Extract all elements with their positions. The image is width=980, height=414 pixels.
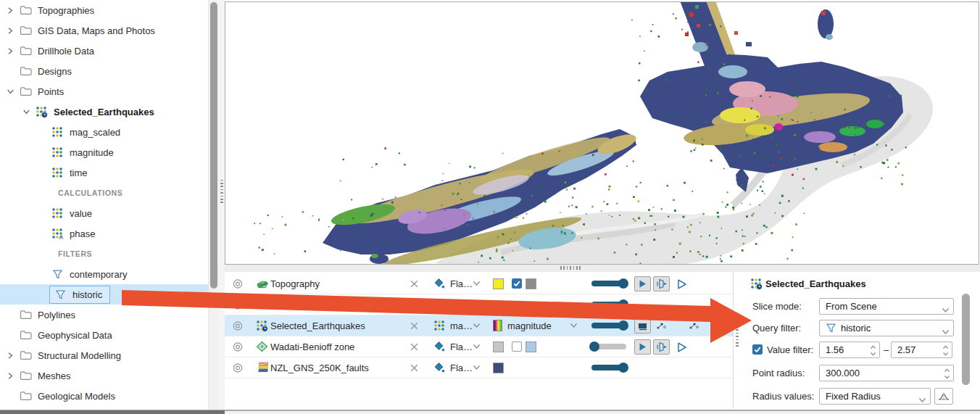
expander-right-icon[interactable] — [3, 372, 17, 380]
tree-scrollbar-thumb[interactable] — [210, 2, 217, 289]
tree-item-contemporary[interactable]: contemporary — [0, 264, 209, 284]
slice-mode-value: From Scene — [826, 301, 877, 312]
point-radius-input[interactable]: 300.000 — [819, 365, 954, 381]
opacity-slider-knob[interactable] — [618, 299, 628, 310]
tree-item-geophysical-data[interactable]: Geophysical Data — [0, 325, 209, 345]
remove-layer-icon[interactable] — [410, 315, 419, 336]
tree-item-topographies[interactable]: Topographies — [0, 0, 209, 20]
chevron-down-icon[interactable] — [570, 315, 578, 336]
layer-row-topography[interactable]: TopographyFla… — [225, 273, 733, 294]
opacity-slider-knob[interactable] — [589, 341, 599, 352]
layer-row-new-zealand-250[interactable]: GIS Data…New Zealand 250 — [225, 294, 733, 315]
tree-item-phase[interactable]: Aphase — [0, 223, 209, 244]
folder-icon — [17, 391, 33, 401]
tree-item-gis-data-maps-and-photos[interactable]: GIS Data, Maps and Photos — [0, 20, 209, 41]
panel-scrollbar-thumb[interactable] — [962, 294, 970, 385]
play-button[interactable] — [634, 276, 651, 291]
color-swatch[interactable] — [493, 363, 504, 373]
covered-tool-icon[interactable] — [689, 315, 699, 336]
radius-values-label: Radius values: — [752, 391, 814, 402]
covered-tool-icon[interactable] — [656, 315, 667, 336]
expander-right-icon[interactable] — [3, 47, 17, 55]
query-filter-dropdown[interactable]: historic — [819, 320, 954, 336]
tree-item-value[interactable]: value — [0, 203, 209, 223]
remove-layer-icon[interactable] — [410, 294, 419, 315]
layer-checkbox-unchecked[interactable] — [512, 336, 522, 357]
tree-item-label: contemporary — [70, 269, 127, 280]
tree-item-selected-earthquakes[interactable]: Selected_Earthquakes — [0, 102, 209, 122]
covered-button[interactable] — [710, 318, 727, 334]
layer-checkbox-checked[interactable] — [512, 273, 522, 294]
tree-item-polylines[interactable]: Polylines — [0, 305, 209, 325]
visibility-eye-icon[interactable] — [232, 273, 244, 294]
tree-item-historic[interactable]: historic — [0, 284, 209, 305]
flip-button[interactable] — [653, 339, 670, 355]
tree-item-label: phase — [70, 228, 95, 239]
expander-down-icon[interactable] — [19, 108, 33, 115]
tree-item-magnitude[interactable]: magnitude — [0, 142, 209, 162]
remove-layer-icon[interactable] — [410, 357, 419, 378]
expander-right-icon[interactable] — [3, 27, 17, 35]
color-swatch-secondary[interactable] — [526, 278, 536, 289]
chevron-down-icon[interactable] — [473, 336, 481, 357]
tree-item-designs[interactable]: Designs — [0, 61, 209, 81]
color-swatch[interactable] — [493, 278, 504, 289]
color-swatch[interactable] — [493, 341, 504, 352]
tree-item-geological-models[interactable]: Geological Models — [0, 386, 209, 406]
value-max-input[interactable]: 2.57 — [891, 341, 952, 358]
color-swatch-secondary[interactable] — [526, 341, 536, 352]
panel-scrollbar[interactable] — [960, 274, 971, 412]
covered-button[interactable] — [634, 318, 651, 334]
expander-down-icon[interactable] — [3, 88, 17, 95]
viewport-bottom-splitter[interactable] — [225, 265, 980, 272]
remove-layer-icon[interactable] — [410, 336, 419, 357]
tree-item-points[interactable]: Points — [0, 81, 209, 102]
tree-item-structural-modelling[interactable]: Structural Modelling — [0, 345, 209, 365]
spinner-arrows-icon[interactable] — [944, 368, 950, 381]
visibility-eye-icon[interactable] — [232, 315, 244, 336]
play-outline-button[interactable] — [673, 339, 690, 355]
tree-item-mag-scaled[interactable]: mag_scaled — [0, 122, 209, 142]
tree-item-time[interactable]: time — [0, 162, 209, 183]
visibility-eye-icon[interactable] — [232, 357, 244, 378]
chevron-down-icon[interactable] — [473, 315, 481, 336]
remove-layer-icon[interactable] — [410, 273, 419, 294]
tree-item-label: time — [70, 167, 88, 178]
visibility-eye-icon[interactable] — [232, 294, 244, 315]
points-clock-icon — [33, 106, 49, 118]
expander-right-icon[interactable] — [3, 7, 17, 15]
slice-mode-dropdown[interactable]: From Scene — [819, 298, 954, 315]
radius-histogram-button[interactable] — [934, 388, 953, 405]
flip-button[interactable] — [653, 276, 670, 291]
tree-item-drillhole-data[interactable]: Drillhole Data — [0, 41, 209, 61]
layer-prefix: GIS Data… — [257, 294, 305, 315]
spinner-arrows-icon[interactable] — [942, 344, 949, 358]
tree-viewport-splitter[interactable] — [218, 0, 225, 414]
visibility-eye-icon[interactable] — [232, 336, 244, 357]
opacity-slider-knob[interactable] — [618, 320, 628, 331]
play-button[interactable] — [634, 339, 651, 355]
points-icon — [49, 126, 65, 138]
tree-item-meshes[interactable]: Meshes — [0, 365, 209, 386]
value-max: 2.57 — [897, 344, 915, 355]
tree-scrollbar[interactable] — [208, 0, 218, 414]
selected-item-box[interactable]: historic — [49, 286, 110, 304]
3d-scene-viewport[interactable] — [225, 1, 979, 265]
value-min-input[interactable]: 1.56 — [819, 341, 880, 358]
magnitude-colour-ramp-swatch[interactable] — [493, 320, 502, 331]
expander-right-icon[interactable] — [3, 352, 17, 360]
radius-values-dropdown[interactable]: Fixed Radius — [819, 388, 931, 405]
opacity-slider-knob[interactable] — [618, 363, 628, 373]
tree-item-label: Drillhole Data — [38, 46, 94, 57]
folder-icon — [17, 5, 33, 15]
value-filter-checkbox[interactable] — [752, 344, 763, 357]
chevron-down-icon[interactable] — [473, 273, 481, 294]
play-outline-button[interactable] — [673, 276, 690, 291]
opacity-slider-knob[interactable] — [618, 278, 628, 289]
layer-row-nzl-gns-250k-faults[interactable]: NZL_GNS_250K_faultsFla… — [225, 357, 733, 378]
layer-row-selected-earthquakes[interactable]: Selected_Earthquakesma…magnitude — [225, 315, 733, 336]
spinner-arrows-icon[interactable] — [870, 344, 876, 358]
chevron-down-icon[interactable] — [473, 357, 481, 378]
list-panel-splitter-grip[interactable] — [736, 328, 739, 347]
layer-row-wadati-benioff-zone[interactable]: Wadati-Benioff zoneFla… — [225, 336, 733, 357]
